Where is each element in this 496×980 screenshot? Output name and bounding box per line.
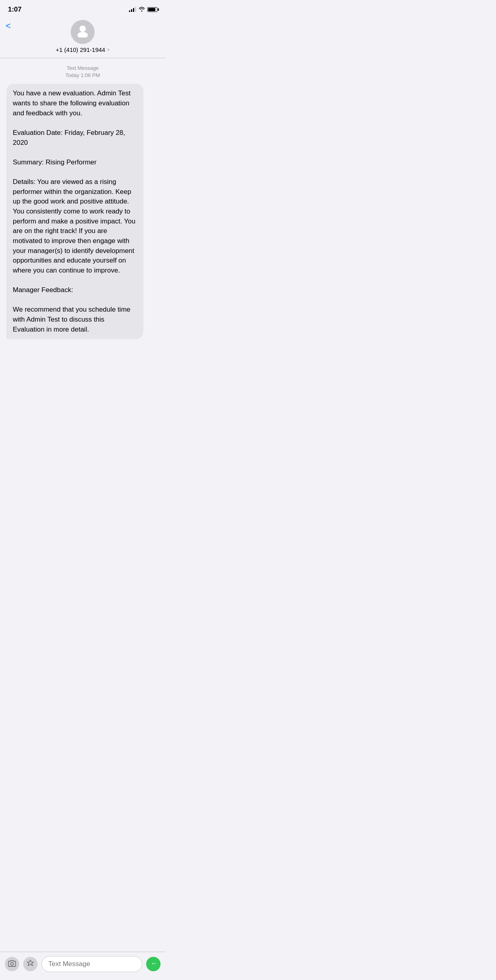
person-icon	[75, 23, 90, 41]
back-button[interactable]: <	[6, 21, 11, 31]
contact-chevron-icon: >	[107, 47, 109, 53]
status-bar: 1:07	[0, 0, 165, 17]
status-time: 1:07	[8, 6, 22, 14]
status-icons	[129, 6, 157, 13]
svg-point-1	[77, 32, 88, 38]
message-type-label: Text Message	[5, 65, 161, 72]
svg-point-0	[79, 26, 86, 32]
wifi-icon	[139, 6, 145, 13]
contact-phone[interactable]: +1 (410) 291-1944 >	[56, 46, 110, 53]
message-bubble: You have a new evaluation. Admin Test wa…	[6, 84, 143, 339]
message-text: You have a new evaluation. Admin Test wa…	[13, 89, 137, 334]
battery-icon	[147, 7, 157, 12]
avatar	[71, 20, 95, 44]
message-time-label: Today 1:06 PM	[5, 72, 161, 79]
message-meta: Text Message Today 1:06 PM	[5, 65, 161, 79]
signal-icon	[129, 7, 136, 12]
message-area: Text Message Today 1:06 PM You have a ne…	[0, 58, 165, 346]
phone-number: +1 (410) 291-1944	[56, 46, 105, 53]
nav-header: < +1 (410) 291-1944 >	[0, 17, 165, 58]
